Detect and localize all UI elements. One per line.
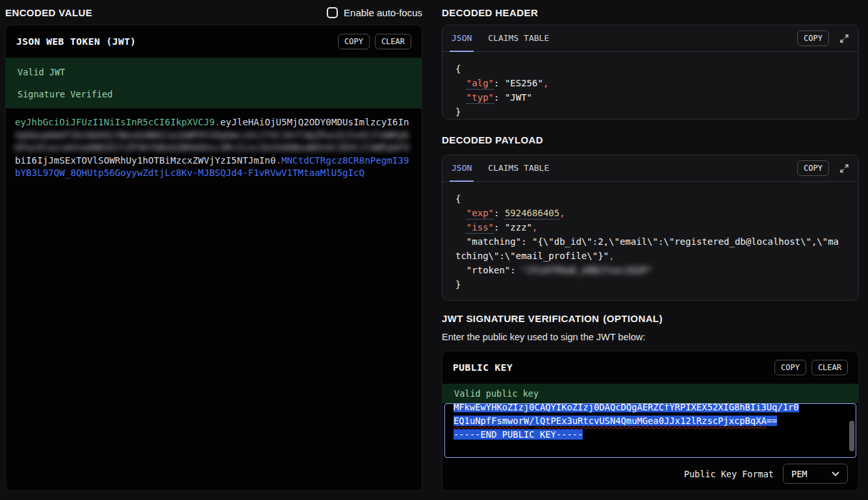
jwt-debugger-app: ENCODED VALUE Enable auto-focus JSON WEB… <box>0 0 868 491</box>
jwt-clear-button[interactable]: CLEAR <box>375 34 411 49</box>
autofocus-checkbox[interactable] <box>327 7 338 18</box>
public-key-format-value: PEM <box>791 469 807 479</box>
chevron-down-icon <box>832 471 839 477</box>
signature-verification-label: JWT SIGNATURE VERIFICATION <box>442 313 599 324</box>
public-key-scrollbar[interactable] <box>849 404 855 457</box>
payload-copy-button[interactable]: COPY <box>797 160 829 176</box>
encoded-value-label: ENCODED VALUE <box>5 7 92 18</box>
encoded-jwt-card: JSON WEB TOKEN (JWT) COPY CLEAR Valid JW… <box>5 25 422 491</box>
scrollbar-thumb[interactable] <box>849 421 854 451</box>
public-key-copy-button[interactable]: COPY <box>774 360 806 375</box>
payload-tab-json[interactable]: JSON <box>450 155 474 181</box>
header-copy-button[interactable]: COPY <box>797 31 829 46</box>
decoded-payload-card: JSON CLAIMS TABLE COPY { "exp": 59246864… <box>442 155 859 301</box>
public-key-input[interactable]: MFkwEwYHKoZIzj0CAQYIKoZIzj0DAQcDQgAERZCf… <box>444 403 856 458</box>
jwt-status-signature: Signature Verified <box>18 89 410 99</box>
decoded-payload-label: DECODED PAYLOAD <box>442 134 543 145</box>
public-key-instruction: Enter the public key used to sign the JW… <box>442 331 859 344</box>
decoded-header-label: DECODED HEADER <box>442 7 538 18</box>
decoded-header-json: { "alg": "ES256", "typ": "JWT"} <box>442 52 858 119</box>
public-key-status-banner: Valid public key <box>442 384 858 403</box>
header-tab-claims-table[interactable]: CLAIMS TABLE <box>486 25 551 51</box>
public-key-card: PUBLIC KEY COPY CLEAR Valid public key M… <box>442 351 859 491</box>
public-key-format-label: Public Key Format <box>684 469 774 479</box>
public-key-clear-button[interactable]: CLEAR <box>811 360 848 375</box>
autofocus-toggle[interactable]: Enable auto-focus <box>327 7 422 18</box>
public-key-format-select[interactable]: PEM <box>783 464 848 484</box>
public-key-text: MFkwEwYHKoZIzj0CAQYIKoZIzj0DAQcDQgAERZCf… <box>445 403 856 442</box>
jwt-token-input[interactable]: eyJhbGciOiJFUzI1NiIsInR5cCI6IkpXVCJ9.eyJ… <box>6 108 422 188</box>
signature-verification-optional: (OPTIONAL) <box>603 313 663 324</box>
payload-tab-claims-table[interactable]: CLAIMS TABLE <box>486 155 551 181</box>
jwt-status-valid: Valid JWT <box>18 67 410 77</box>
jwt-card-title: JSON WEB TOKEN (JWT) <box>16 36 136 47</box>
public-key-status-text: Valid public key <box>454 388 539 399</box>
public-key-card-title: PUBLIC KEY <box>453 362 513 373</box>
decoded-header-card: JSON CLAIMS TABLE COPY { "alg": "ES256",… <box>442 25 859 119</box>
payload-expand-icon[interactable] <box>839 164 849 173</box>
header-tab-json[interactable]: JSON <box>450 25 474 51</box>
jwt-status-banner: Valid JWT Signature Verified <box>6 58 422 108</box>
decoded-payload-json: { "exp": 5924686405, "iss": "zzz", "matc… <box>442 182 858 292</box>
autofocus-label: Enable auto-focus <box>344 7 422 18</box>
header-expand-icon[interactable] <box>839 34 849 44</box>
jwt-copy-button[interactable]: COPY <box>338 34 370 49</box>
